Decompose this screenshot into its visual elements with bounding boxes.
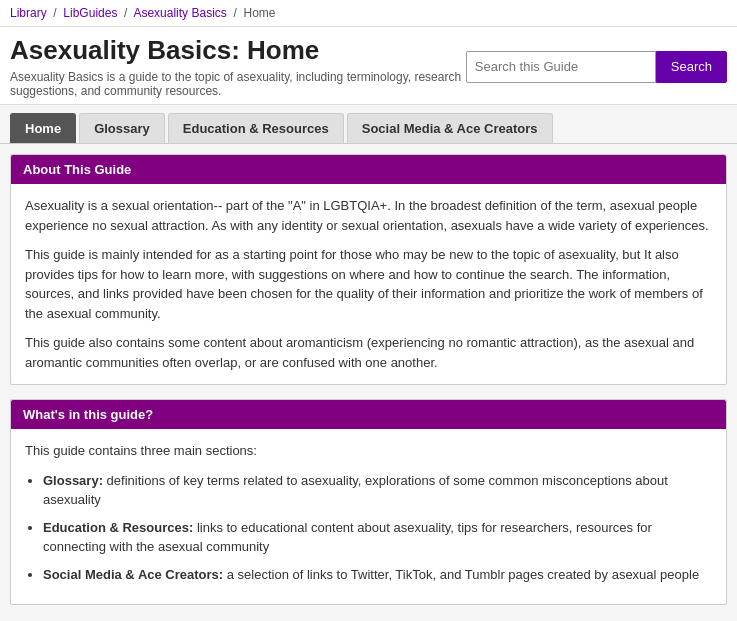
tab-glossary[interactable]: Glossary	[79, 113, 165, 143]
nav-tabs: Home Glossary Education & Resources Soci…	[0, 105, 737, 144]
list-item-glossary: Glossary: definitions of key terms relat…	[43, 471, 712, 510]
search-area: Search	[466, 51, 727, 83]
header-left: Asexuality Basics: Home Asexuality Basic…	[10, 35, 466, 98]
list-item-education-term: Education & Resources:	[43, 520, 193, 535]
list-item-glossary-term: Glossary:	[43, 473, 103, 488]
breadcrumb-current: Home	[243, 6, 275, 20]
list-item-social-desc-text: a selection of links to Twitter, TikTok,…	[227, 567, 699, 582]
search-input[interactable]	[466, 51, 656, 83]
list-item-education: Education & Resources: links to educatio…	[43, 518, 712, 557]
list-item-glossary-desc-text: definitions of key terms related to asex…	[43, 473, 668, 508]
whats-in-intro: This guide contains three main sections:	[25, 441, 712, 461]
breadcrumb: Library / LibGuides / Asexuality Basics …	[0, 0, 737, 27]
breadcrumb-library-link[interactable]: Library	[10, 6, 47, 20]
breadcrumb-asexuality-basics-link[interactable]: Asexuality Basics	[133, 6, 226, 20]
whats-in-section: What's in this guide? This guide contain…	[10, 399, 727, 605]
whats-in-section-header: What's in this guide?	[11, 400, 726, 429]
list-item-social-term: Social Media & Ace Creators:	[43, 567, 223, 582]
guide-list: Glossary: definitions of key terms relat…	[43, 471, 712, 585]
page-title: Asexuality Basics: Home	[10, 35, 466, 66]
about-para-3: This guide also contains some content ab…	[25, 333, 712, 372]
page-subtitle: Asexuality Basics is a guide to the topi…	[10, 70, 466, 98]
page-header: Asexuality Basics: Home Asexuality Basic…	[0, 27, 737, 105]
about-section: About This Guide Asexuality is a sexual …	[10, 154, 727, 385]
tab-home[interactable]: Home	[10, 113, 76, 143]
about-section-body: Asexuality is a sexual orientation-- par…	[11, 184, 726, 384]
breadcrumb-libguides-link[interactable]: LibGuides	[63, 6, 117, 20]
about-para-1: Asexuality is a sexual orientation-- par…	[25, 196, 712, 235]
tab-education-resources[interactable]: Education & Resources	[168, 113, 344, 143]
about-section-header: About This Guide	[11, 155, 726, 184]
about-para-2: This guide is mainly intended for as a s…	[25, 245, 712, 323]
main-content: About This Guide Asexuality is a sexual …	[0, 144, 737, 621]
whats-in-section-body: This guide contains three main sections:…	[11, 429, 726, 604]
search-button[interactable]: Search	[656, 51, 727, 83]
tab-social-media[interactable]: Social Media & Ace Creators	[347, 113, 553, 143]
list-item-social: Social Media & Ace Creators: a selection…	[43, 565, 712, 585]
